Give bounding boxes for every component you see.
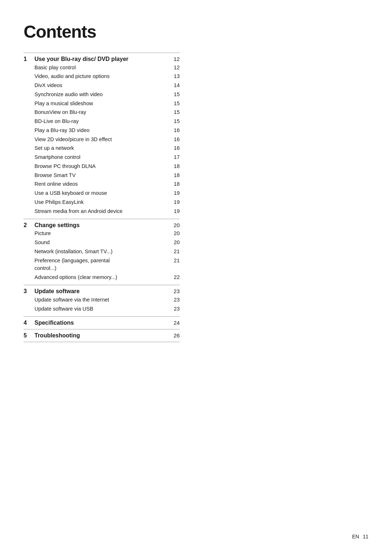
section-1-items: Basic play control12Video, audio and pic… (24, 63, 180, 216)
list-item-page: 18 (169, 181, 180, 187)
list-item: Browse PC through DLNA18 (34, 162, 180, 171)
list-item-page: 23 (169, 297, 180, 303)
list-item-page: 16 (169, 145, 180, 151)
list-item: Update software via USB23 (34, 304, 180, 313)
section-3: 3Update software23Update software via th… (24, 288, 180, 313)
list-item-page: 16 (169, 136, 180, 142)
list-item-label: Update software via the Internet (34, 296, 169, 304)
section-header-1: 1Use your Blu-ray disc/ DVD player12 (24, 56, 180, 62)
section-page-3: 23 (169, 288, 180, 294)
list-item-page: 22 (169, 274, 180, 280)
list-item: Synchronize audio with video15 (34, 90, 180, 99)
list-item: BD-Live on Blu-ray15 (34, 117, 180, 126)
list-item-label: Advanced options (clear memory...) (34, 274, 169, 282)
list-item-label: Smartphone control (34, 153, 169, 161)
section-4: 4Specifications24 (24, 320, 180, 326)
list-item: Browse Smart TV18 (34, 171, 180, 180)
list-item-page: 18 (169, 163, 180, 169)
list-item-label: Use a USB keyboard or mouse (34, 189, 169, 197)
section-title-2: Change settings (34, 222, 169, 229)
section-num-2: 2 (24, 222, 34, 229)
list-item-label: Update software via USB (34, 305, 169, 313)
list-item: View 2D video/picure in 3D effect16 (34, 135, 180, 144)
footer-page: 11 (363, 534, 368, 539)
section-header-2: 2Change settings20 (24, 222, 180, 229)
section-3-items: Update software via the Internet23Update… (24, 295, 180, 313)
list-item-page: 15 (169, 100, 180, 106)
section-title-3: Update software (34, 288, 169, 295)
list-item-page: 19 (169, 190, 180, 196)
list-item-page: 23 (169, 306, 180, 312)
section-page-5: 26 (169, 332, 180, 338)
section-header-3: 3Update software23 (24, 288, 180, 295)
list-item: Smartphone control17 (34, 153, 180, 162)
list-item-page: 14 (169, 82, 180, 88)
list-item-label: Picture (34, 230, 169, 238)
list-item-label: Use Philips EasyLink (34, 198, 169, 206)
list-item-label: Set up a network (34, 144, 169, 152)
section-page-4: 24 (169, 320, 180, 326)
list-item-page: 15 (169, 109, 180, 115)
list-item-page: 13 (169, 73, 180, 79)
section-1: 1Use your Blu-ray disc/ DVD player12Basi… (24, 56, 180, 216)
list-item-page: 12 (169, 65, 180, 70)
list-item-page: 20 (169, 239, 180, 245)
list-item: Update software via the Internet23 (34, 295, 180, 304)
list-item: Play a musical slideshow15 (34, 99, 180, 108)
list-item-page: 16 (169, 127, 180, 133)
list-item-page: 21 (169, 258, 180, 263)
list-item-label: Preference (languages, parental control.… (34, 257, 169, 273)
section-title-1: Use your Blu-ray disc/ DVD player (34, 56, 169, 62)
list-item: BonusView on Blu-ray15 (34, 108, 180, 117)
section-num-3: 3 (24, 288, 34, 295)
list-item-label: Rent online videos (34, 180, 169, 188)
page-footer: EN 11 (352, 534, 368, 539)
section-2: 2Change settings20Picture20Sound20Networ… (24, 222, 180, 282)
list-item-page: 17 (169, 154, 180, 160)
list-item: Use Philips EasyLink19 (34, 198, 180, 207)
section-page-1: 12 (169, 56, 180, 62)
page-title: Contents (24, 22, 180, 42)
toc-container: 1Use your Blu-ray disc/ DVD player12Basi… (24, 53, 180, 342)
section-2-items: Picture20Sound20Network (installation, S… (24, 229, 180, 282)
list-item: Preference (languages, parental control.… (34, 256, 180, 273)
section-num-5: 5 (24, 332, 34, 339)
list-item: Basic play control12 (34, 63, 180, 72)
section-title-4: Specifications (34, 320, 169, 326)
list-item: Rent online videos18 (34, 180, 180, 189)
section-header-5: 5Troubleshooting26 (24, 332, 180, 339)
list-item-label: DivX videos (34, 82, 169, 90)
list-item-page: 19 (169, 199, 180, 205)
list-item-label: View 2D video/picure in 3D effect (34, 136, 169, 144)
list-item: Stream media from an Android device19 (34, 207, 180, 216)
list-item-label: Browse PC through DLNA (34, 163, 169, 171)
list-item-label: Stream media from an Android device (34, 208, 169, 216)
section-page-2: 20 (169, 222, 180, 228)
list-item: Advanced options (clear memory...)22 (34, 273, 180, 282)
list-item-label: BonusView on Blu-ray (34, 108, 169, 116)
list-item-page: 15 (169, 91, 180, 97)
list-item: Play a Blu-ray 3D video16 (34, 126, 180, 135)
page-container: Contents 1Use your Blu-ray disc/ DVD pla… (0, 0, 203, 367)
list-item-label: Play a musical slideshow (34, 100, 169, 108)
section-header-4: 4Specifications24 (24, 320, 180, 326)
list-item: Use a USB keyboard or mouse19 (34, 189, 180, 198)
list-item-page: 18 (169, 172, 180, 178)
list-item-page: 19 (169, 208, 180, 214)
list-item-label: Sound (34, 239, 169, 247)
list-item: Picture20 (34, 229, 180, 238)
list-item-label: Browse Smart TV (34, 172, 169, 180)
footer-lang: EN (352, 534, 359, 539)
list-item-label: Basic play control (34, 64, 169, 72)
list-item-page: 21 (169, 249, 180, 254)
section-5: 5Troubleshooting26 (24, 332, 180, 339)
list-item: Sound20 (34, 238, 180, 247)
list-item: Network (installation, Smart TV...)21 (34, 247, 180, 256)
list-item: Set up a network16 (34, 144, 180, 153)
list-item-page: 15 (169, 118, 180, 124)
list-item-label: Network (installation, Smart TV...) (34, 248, 169, 256)
list-item-label: Synchronize audio with video (34, 91, 169, 99)
section-num-1: 1 (24, 56, 34, 62)
list-item-label: Video, audio and picture options (34, 73, 169, 81)
list-item-page: 20 (169, 230, 180, 236)
